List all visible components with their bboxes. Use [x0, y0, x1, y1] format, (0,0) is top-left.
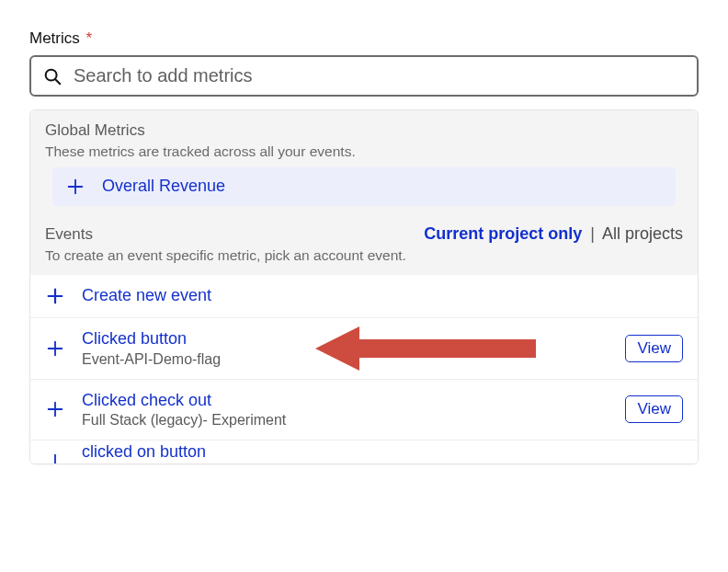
option-texts: Clicked check out Full Stack (legacy)- E…: [82, 391, 609, 429]
search-input[interactable]: [72, 64, 686, 87]
view-button[interactable]: View: [625, 395, 683, 423]
global-metric-overall-revenue[interactable]: Overall Revenue: [52, 167, 676, 206]
option-title: clicked on button: [82, 442, 683, 463]
events-title: Events: [45, 225, 93, 244]
option-sub: Full Stack (legacy)- Experiment: [82, 412, 609, 429]
metrics-dropdown: Global Metrics These metrics are tracked…: [29, 109, 699, 464]
events-section: Events Current project only | All projec…: [30, 213, 698, 275]
search-icon: [42, 66, 63, 86]
filter-separator: |: [586, 224, 598, 243]
filter-current-project[interactable]: Current project only: [424, 224, 582, 243]
event-item-clicked-on-button[interactable]: clicked on button: [30, 440, 698, 463]
required-indicator: *: [86, 29, 93, 47]
plus-icon: [65, 177, 85, 197]
global-metrics-title: Global Metrics: [45, 121, 683, 140]
project-filter: Current project only | All projects: [424, 224, 683, 244]
plus-icon: [45, 286, 65, 306]
svg-line-1: [55, 79, 60, 84]
field-label-text: Metrics: [29, 29, 80, 47]
plus-icon: [45, 452, 65, 463]
plus-icon: [45, 338, 65, 359]
view-button[interactable]: View: [625, 335, 683, 362]
option-title: Create new event: [82, 286, 683, 306]
option-texts: Clicked button Event-API-Demo-flag: [82, 329, 609, 368]
global-metrics-section: Global Metrics These metrics are tracked…: [30, 110, 698, 213]
event-item-clicked-button[interactable]: Clicked button Event-API-Demo-flag View: [30, 317, 698, 379]
search-box[interactable]: [29, 55, 699, 97]
field-label: Metrics *: [29, 29, 699, 48]
option-title: Clicked button: [82, 329, 609, 349]
create-new-event[interactable]: Create new event: [30, 275, 698, 317]
option-texts: Create new event: [82, 286, 683, 306]
plus-icon: [45, 399, 65, 419]
option-texts: Overall Revenue: [102, 177, 663, 197]
filter-all-projects[interactable]: All projects: [602, 224, 683, 243]
global-metrics-desc: These metrics are tracked across all you…: [45, 143, 683, 160]
option-texts: clicked on button: [82, 448, 683, 463]
option-title: Overall Revenue: [102, 177, 663, 197]
event-item-clicked-check-out[interactable]: Clicked check out Full Stack (legacy)- E…: [30, 379, 698, 440]
events-desc: To create an event specific metric, pick…: [45, 247, 683, 264]
option-sub: Event-API-Demo-flag: [82, 351, 609, 368]
option-title: Clicked check out: [82, 391, 609, 411]
